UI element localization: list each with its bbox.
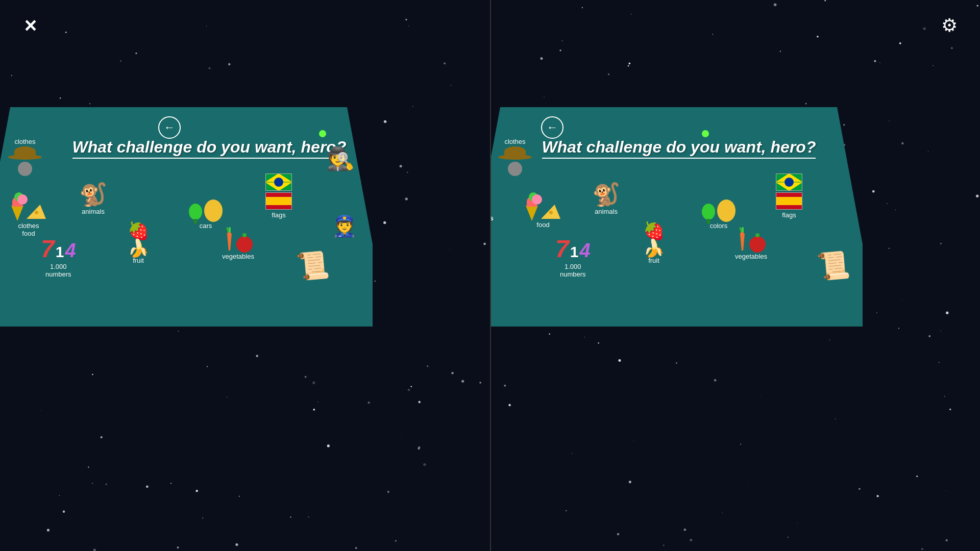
certificate-right[interactable]: 📜 xyxy=(815,248,851,282)
vegetables-label-left: vegetables xyxy=(222,253,254,260)
category-food-right[interactable]: food xyxy=(526,202,560,229)
number-4-left: 4 xyxy=(65,240,76,262)
back-button-right[interactable]: ← xyxy=(541,116,564,139)
back-button-left[interactable]: ← xyxy=(158,116,181,139)
jobs-left[interactable]: 👮 xyxy=(332,214,357,238)
flags-label-left: flags xyxy=(272,211,285,219)
number-1000-left: 1.000 xyxy=(50,263,67,270)
fruit-emoji-left: 🍓🍌 xyxy=(128,222,149,257)
animals-label-left: animals xyxy=(82,208,105,215)
vr-panel-left: ← What challenge do you want, hero? clot… xyxy=(0,0,490,551)
clothes-label-left: clothes xyxy=(14,138,35,145)
numbers-label-left: numbers xyxy=(45,270,71,278)
category-vegetables-left[interactable]: vegetables xyxy=(222,227,254,260)
vr-character-left: 🕵️ xyxy=(327,145,355,172)
category-flags-left[interactable]: flags xyxy=(265,173,292,219)
fruit-label-left: fruit xyxy=(133,257,144,264)
challenge-text-left: What challenge do you want, hero? xyxy=(51,138,368,159)
certificate-left[interactable]: 📜 xyxy=(295,248,330,282)
monkey-emoji-left: 🐒 xyxy=(79,181,107,208)
category-animals-right[interactable]: 🐒 animals xyxy=(592,181,620,215)
cars-label-left: cars xyxy=(200,222,212,230)
category-vegetables-right[interactable]: vegetables xyxy=(735,227,767,260)
food-label-left: clothes xyxy=(18,222,39,230)
category-clothes-left[interactable]: clothes xyxy=(9,138,41,178)
challenge-text-right: What challenge do you want, hero? xyxy=(521,138,837,159)
close-button[interactable]: × xyxy=(15,10,46,41)
food-label-vis: food xyxy=(22,230,35,237)
vr-panel-right: ← What challenge do you want, hero? clot… xyxy=(490,0,980,551)
green-dot-right xyxy=(702,130,709,137)
category-fruit-left[interactable]: 🍓🍌 fruit xyxy=(128,222,149,264)
green-dot-left xyxy=(319,130,326,137)
vr-divider xyxy=(490,0,491,551)
category-fruit-right[interactable]: 🍓🍌 fruit xyxy=(643,222,665,264)
category-food-left[interactable]: clothes food xyxy=(11,202,46,237)
settings-button[interactable]: ⚙ xyxy=(934,10,965,41)
category-flags-right[interactable]: flags xyxy=(776,173,802,219)
category-colors-right[interactable]: colors xyxy=(702,202,736,230)
number-7-left: 7 xyxy=(41,235,55,263)
category-animals-left[interactable]: 🐒 animals xyxy=(79,181,107,215)
category-numbers-right[interactable]: 7 1 4 1.000 numbers xyxy=(555,235,591,278)
category-numbers-left[interactable]: 7 1 4 1.000 numbers xyxy=(41,235,76,278)
category-clothes-right[interactable]: clothes xyxy=(499,138,531,178)
category-cars-left[interactable]: cars xyxy=(189,202,223,230)
number-1-left: 1 xyxy=(56,243,64,261)
